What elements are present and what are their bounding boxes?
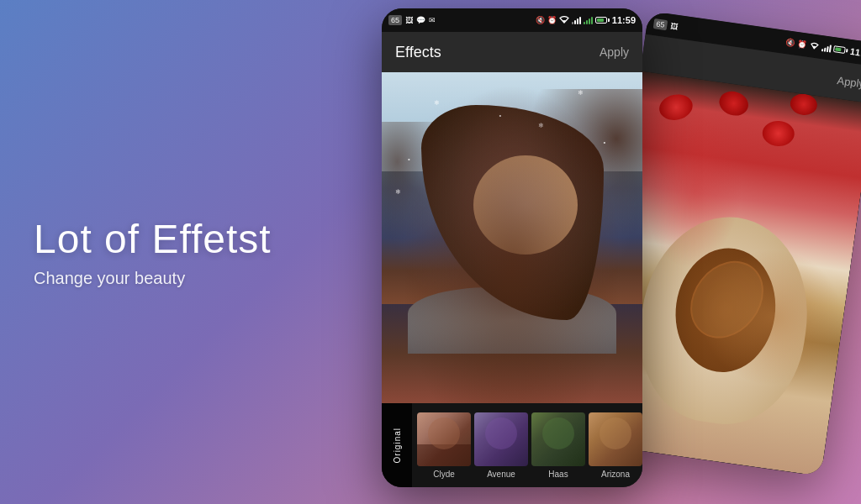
effect-avenue[interactable]: Avenue bbox=[474, 412, 528, 479]
status-right-primary: 🔇 ⏰ bbox=[536, 15, 636, 25]
status-bar-primary: 65 🖼 💬 ✉ 🔇 ⏰ bbox=[382, 8, 642, 32]
wifi-icon-primary bbox=[559, 16, 569, 24]
alarm-icon-primary: ⏰ bbox=[547, 16, 557, 24]
time-primary: 11:59 bbox=[612, 15, 636, 25]
effect-clyde[interactable]: Clyde bbox=[417, 412, 471, 479]
battery-icon-primary bbox=[595, 17, 610, 24]
effect-haas[interactable]: Haas bbox=[531, 412, 585, 479]
arizona-figure bbox=[600, 417, 631, 449]
status-icon-img: 🖼 bbox=[670, 22, 679, 31]
arizona-label: Arizona bbox=[601, 470, 630, 479]
signal-bars-secondary bbox=[821, 43, 832, 52]
phones-area: 65 🖼 🔇 ⏰ bbox=[340, 0, 861, 504]
4g-bars bbox=[584, 16, 593, 24]
effects-thumbnails: Clyde Avenue bbox=[412, 403, 642, 487]
battery-icon-secondary bbox=[833, 45, 848, 54]
signal-bars-primary bbox=[572, 16, 581, 24]
avenue-thumbnail bbox=[474, 412, 528, 466]
app-bar-primary: Effects Apply bbox=[382, 32, 642, 72]
status-icon-65: 65 bbox=[653, 18, 668, 30]
clyde-label: Clyde bbox=[433, 470, 455, 479]
haas-figure bbox=[542, 417, 574, 449]
clyde-img bbox=[417, 412, 471, 466]
status-chat-icon: 💬 bbox=[416, 16, 425, 24]
app-title-primary: Effects bbox=[395, 44, 441, 61]
status-left-secondary: 65 🖼 bbox=[653, 18, 679, 32]
original-tab[interactable]: Original bbox=[382, 403, 412, 487]
arizona-img bbox=[589, 412, 642, 466]
status-left-primary: 65 🖼 💬 ✉ bbox=[388, 15, 436, 25]
photo-overlay bbox=[382, 72, 642, 403]
phone-primary: 65 🖼 💬 ✉ 🔇 ⏰ bbox=[382, 8, 642, 487]
hero-section: Lot of Effetst Change your beauty bbox=[34, 216, 272, 288]
arizona-thumbnail bbox=[589, 412, 642, 466]
status-number-65: 65 bbox=[388, 15, 402, 25]
hero-title: Lot of Effetst bbox=[34, 216, 272, 262]
mute-icon-secondary: 🔇 bbox=[785, 38, 795, 47]
time-secondary: 11:56 bbox=[849, 46, 861, 60]
avenue-img bbox=[474, 412, 528, 466]
haas-thumbnail bbox=[531, 412, 585, 466]
avenue-figure bbox=[485, 417, 517, 449]
status-img-icon: 🖼 bbox=[405, 16, 413, 24]
4g-signal bbox=[584, 16, 593, 24]
avenue-label: Avenue bbox=[487, 470, 515, 479]
apply-button-secondary[interactable]: Apply bbox=[837, 74, 861, 90]
mute-icon-primary: 🔇 bbox=[536, 16, 545, 24]
effects-strip: Original Clyde bbox=[382, 403, 642, 487]
haas-img bbox=[531, 412, 585, 466]
clyde-thumbnail bbox=[417, 412, 471, 466]
hero-subtitle: Change your beauty bbox=[34, 269, 272, 288]
alarm-icon-secondary: ⏰ bbox=[797, 39, 807, 49]
photo-area-primary: ❄ ❄ ❄ • • ❄ • bbox=[382, 72, 642, 403]
wifi-icon-secondary bbox=[809, 41, 820, 51]
haas-label: Haas bbox=[548, 470, 568, 479]
effect-arizona[interactable]: Arizona bbox=[589, 412, 642, 479]
original-label: Original bbox=[393, 428, 402, 463]
apply-button-primary[interactable]: Apply bbox=[600, 45, 629, 59]
snow-photo: ❄ ❄ ❄ • • ❄ • bbox=[382, 72, 642, 403]
status-msg-icon: ✉ bbox=[429, 16, 436, 24]
